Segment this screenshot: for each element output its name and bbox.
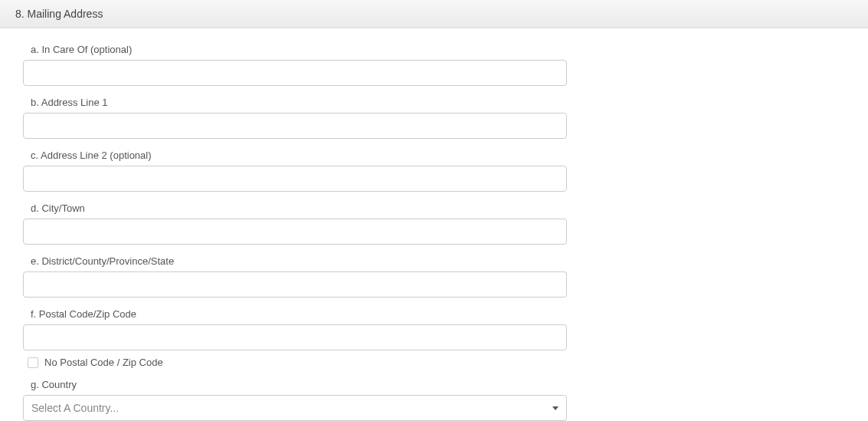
field-address1: b. Address Line 1 xyxy=(23,97,567,139)
select-country[interactable]: Select A Country... xyxy=(23,395,567,421)
input-in-care-of[interactable] xyxy=(23,60,567,86)
field-postal: f. Postal Code/Zip Code No Postal Code /… xyxy=(23,308,567,368)
field-district: e. District/County/Province/State xyxy=(23,255,567,298)
input-address2[interactable] xyxy=(23,166,567,192)
section-title: 8. Mailing Address xyxy=(15,8,103,20)
section-header: 8. Mailing Address xyxy=(0,0,868,28)
form-body: a. In Care Of (optional) b. Address Line… xyxy=(0,28,868,421)
input-address1[interactable] xyxy=(23,113,567,139)
label-no-postal[interactable]: No Postal Code / Zip Code xyxy=(44,357,163,368)
label-in-care-of: a. In Care Of (optional) xyxy=(31,44,567,55)
field-country: g. Country Select A Country... xyxy=(23,379,567,421)
label-city: d. City/Town xyxy=(31,202,567,214)
label-postal: f. Postal Code/Zip Code xyxy=(31,308,567,320)
input-city[interactable] xyxy=(23,219,567,245)
input-district[interactable] xyxy=(23,271,567,298)
checkbox-no-postal[interactable] xyxy=(28,357,38,368)
field-address2: c. Address Line 2 (optional) xyxy=(23,150,567,192)
label-country: g. Country xyxy=(31,379,567,390)
label-address1: b. Address Line 1 xyxy=(31,97,567,108)
no-postal-row: No Postal Code / Zip Code xyxy=(28,357,567,368)
label-address2: c. Address Line 2 (optional) xyxy=(31,150,567,161)
input-postal[interactable] xyxy=(23,324,567,350)
field-in-care-of: a. In Care Of (optional) xyxy=(23,44,567,86)
field-city: d. City/Town xyxy=(23,202,567,245)
label-district: e. District/County/Province/State xyxy=(31,255,567,267)
